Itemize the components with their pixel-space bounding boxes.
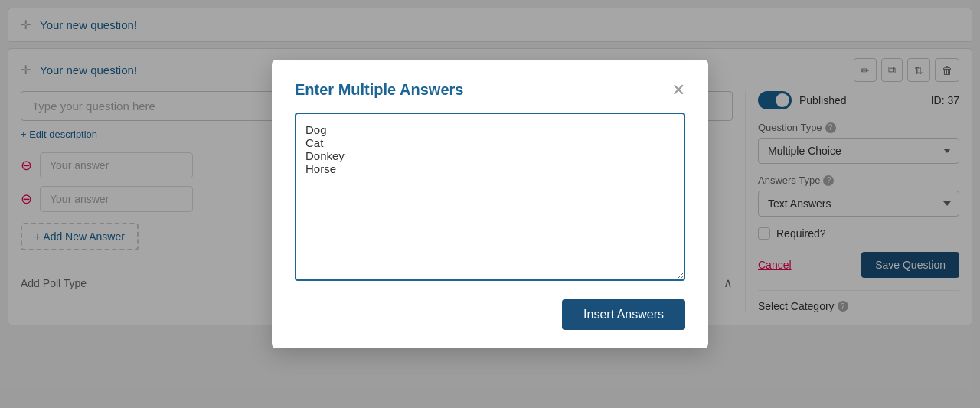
modal-overlay: Enter Multiple Answers ✕ Insert Answers xyxy=(0,0,980,408)
insert-answers-button[interactable]: Insert Answers xyxy=(562,299,685,330)
modal-dialog: Enter Multiple Answers ✕ Insert Answers xyxy=(272,60,708,348)
modal-footer: Insert Answers xyxy=(295,299,685,330)
modal-close-button[interactable]: ✕ xyxy=(671,82,685,99)
modal-header: Enter Multiple Answers ✕ xyxy=(295,81,685,99)
modal-textarea[interactable] xyxy=(295,113,685,281)
modal-title: Enter Multiple Answers xyxy=(295,81,463,99)
